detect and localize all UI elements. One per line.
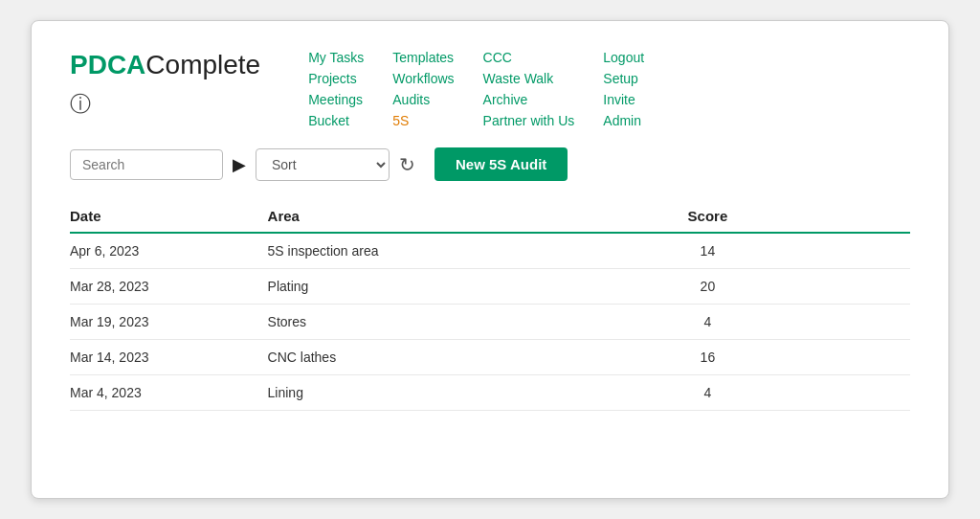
toolbar: ▶ Sort Date Area Score ↻ New 5S Audit (70, 147, 910, 181)
nav-templates[interactable]: Templates (392, 50, 454, 65)
refresh-button[interactable]: ↻ (399, 153, 415, 176)
nav-my-tasks[interactable]: My Tasks (308, 50, 364, 65)
header-area: Area (268, 200, 638, 233)
nav-col-2: Templates Workflows Audits 5S (392, 50, 454, 128)
cell-score: 16 (638, 340, 787, 375)
cell-score: 20 (638, 269, 787, 305)
nav-5s[interactable]: 5S (392, 113, 454, 128)
sort-select[interactable]: Sort Date Area Score (256, 148, 390, 181)
header: PDCAComplete ⓘ My Tasks Projects Meeting… (70, 50, 910, 128)
main-window: PDCAComplete ⓘ My Tasks Projects Meeting… (31, 20, 949, 499)
nav-audits[interactable]: Audits (392, 92, 454, 107)
nav-archive[interactable]: Archive (483, 92, 575, 107)
nav-logout[interactable]: Logout (603, 50, 644, 65)
info-icon[interactable]: ⓘ (70, 90, 91, 119)
cell-area: Lining (268, 375, 638, 411)
cell-area: 5S inspection area (268, 233, 638, 269)
cell-date: Mar 4, 2023 (70, 375, 268, 411)
search-input[interactable] (70, 149, 223, 180)
cell-actions (787, 375, 910, 411)
cell-score: 4 (638, 305, 787, 340)
nav-col-3: CCC Waste Walk Archive Partner with Us (483, 50, 575, 128)
nav-admin[interactable]: Admin (603, 113, 644, 128)
new-audit-button[interactable]: New 5S Audit (434, 147, 568, 181)
cell-date: Apr 6, 2023 (70, 233, 268, 269)
nav-workflows[interactable]: Workflows (392, 71, 454, 86)
cell-date: Mar 19, 2023 (70, 305, 268, 340)
nav-partner-with-us[interactable]: Partner with Us (483, 113, 575, 128)
play-button[interactable]: ▶ (233, 154, 246, 175)
table-row: Mar 14, 2023CNC lathes16 (70, 340, 910, 375)
cell-actions (787, 340, 910, 375)
nav-col-4: Logout Setup Invite Admin (603, 50, 644, 128)
table-row: Mar 28, 2023Plating20 (70, 269, 910, 305)
nav-waste-walk[interactable]: Waste Walk (483, 71, 575, 86)
nav-projects[interactable]: Projects (308, 71, 364, 86)
header-actions (787, 200, 910, 233)
cell-area: Plating (268, 269, 638, 305)
nav: My Tasks Projects Meetings Bucket Templa… (308, 50, 910, 128)
cell-actions (787, 233, 910, 269)
cell-date: Mar 14, 2023 (70, 340, 268, 375)
logo-part1: PDCA (70, 50, 145, 79)
audits-table: Date Area Score Apr 6, 20235S inspection… (70, 200, 910, 411)
nav-col-1: My Tasks Projects Meetings Bucket (308, 50, 364, 128)
cell-score: 4 (638, 375, 787, 411)
table-row: Mar 19, 2023Stores4 (70, 305, 910, 340)
logo: PDCAComplete (70, 50, 260, 80)
table-row: Apr 6, 20235S inspection area14 (70, 233, 910, 269)
nav-ccc[interactable]: CCC (483, 50, 575, 65)
logo-part2: Complete (145, 50, 260, 79)
cell-area: CNC lathes (268, 340, 638, 375)
table-header-row: Date Area Score (70, 200, 910, 233)
cell-date: Mar 28, 2023 (70, 269, 268, 305)
nav-invite[interactable]: Invite (603, 92, 644, 107)
header-date: Date (70, 200, 268, 233)
nav-bucket[interactable]: Bucket (308, 113, 364, 128)
table-row: Mar 4, 2023Lining4 (70, 375, 910, 411)
nav-meetings[interactable]: Meetings (308, 92, 364, 107)
header-score: Score (638, 200, 787, 233)
cell-actions (787, 269, 910, 305)
cell-actions (787, 305, 910, 340)
cell-area: Stores (268, 305, 638, 340)
cell-score: 14 (638, 233, 787, 269)
nav-setup[interactable]: Setup (603, 71, 644, 86)
